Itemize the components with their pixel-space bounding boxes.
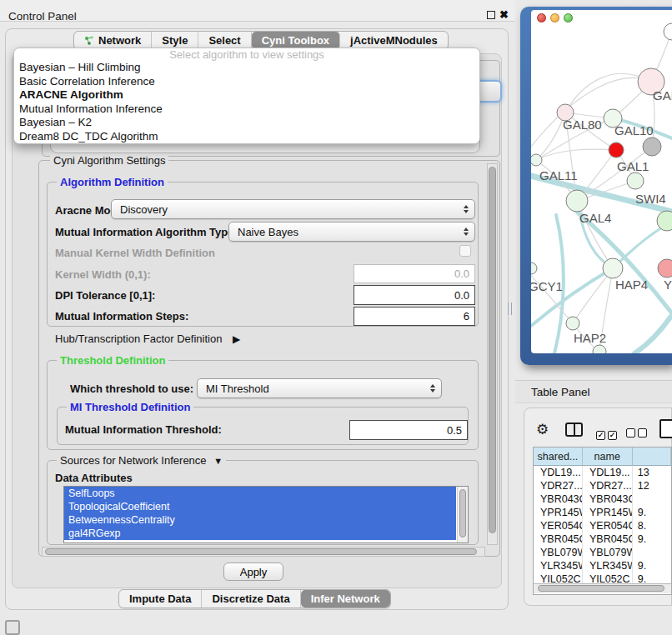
table-row[interactable]: YBR045CYBR045C9. bbox=[534, 532, 671, 546]
network-node[interactable] bbox=[658, 259, 672, 278]
kernel-width-field[interactable]: 0.0 bbox=[354, 264, 475, 283]
float-window-icon[interactable] bbox=[487, 11, 495, 19]
node-label: Y bbox=[664, 278, 672, 292]
close-icon[interactable]: ✖ bbox=[499, 8, 509, 21]
network-node[interactable] bbox=[609, 142, 624, 158]
algorithm-option[interactable]: Dream8 DC_TDC Algorithm bbox=[14, 130, 479, 144]
algorithm-dropdown-list: Bayesian – Hill ClimbingBasic Correlatio… bbox=[14, 61, 479, 143]
table-body: YDL19...YDL19...13YDR27...YDR27...12YBR0… bbox=[534, 466, 671, 586]
tab-cyni-toolbox[interactable]: Cyni Toolbox bbox=[252, 32, 340, 49]
table-row[interactable]: YPR145WYPR145W9. bbox=[534, 506, 671, 519]
mi-steps-label: Mutual Information Steps: bbox=[55, 310, 188, 322]
algorithm-option[interactable]: Bayesian – K2 bbox=[14, 116, 479, 130]
screen: Control Panel ✖ Network Style Select Cyn… bbox=[0, 0, 672, 635]
dpi-tolerance-label: DPI Tolerance [0,1]: bbox=[55, 289, 155, 302]
threshold-definition-title: Threshold Definition bbox=[57, 354, 168, 367]
algorithm-definition-title: Algorithm Definition bbox=[57, 176, 168, 188]
sources-collapse-toggle[interactable]: Sources for Network Inference ▼ bbox=[57, 454, 226, 467]
table-row[interactable]: YBL079WYBL079W bbox=[534, 546, 671, 559]
table-hscrollbar-thumb[interactable] bbox=[538, 585, 664, 592]
show-columns-icon[interactable]: ✓✓ bbox=[596, 426, 619, 441]
data-attribute-item[interactable]: SelfLoops bbox=[64, 487, 456, 500]
data-attributes-list: SelfLoopsTopologicalCoefficientBetweenne… bbox=[64, 487, 468, 540]
aracne-mode-select[interactable]: Discovery bbox=[111, 199, 475, 219]
network-node[interactable] bbox=[664, 23, 672, 40]
data-attribute-item[interactable]: gal4RGexp bbox=[64, 527, 456, 540]
network-node[interactable] bbox=[566, 190, 588, 212]
network-node[interactable] bbox=[531, 154, 542, 166]
network-node[interactable] bbox=[531, 262, 537, 274]
algorithm-option[interactable]: ARACNE Algorithm bbox=[14, 88, 479, 102]
new-table-icon[interactable] bbox=[659, 419, 672, 438]
mi-steps-field[interactable]: 6 bbox=[354, 307, 475, 326]
stepper-icon bbox=[464, 205, 469, 213]
tab-network[interactable]: Network bbox=[74, 32, 152, 49]
node-label: HAP4 bbox=[615, 278, 648, 292]
apply-button[interactable]: Apply bbox=[223, 562, 283, 581]
tab-label: Network bbox=[98, 34, 141, 47]
list-vscrollbar-thumb[interactable] bbox=[459, 489, 466, 538]
splitpane-grip[interactable] bbox=[508, 302, 512, 315]
which-threshold-select[interactable]: MI Threshold bbox=[197, 378, 442, 398]
table-header: shared...name bbox=[534, 448, 671, 466]
mi-type-value: Naive Bayes bbox=[238, 226, 298, 238]
which-threshold-label: Which threshold to use: bbox=[70, 382, 193, 395]
hub-definition-expander[interactable]: Hub/Transcription Factor Definition ▶ bbox=[55, 332, 240, 345]
network-node[interactable] bbox=[593, 345, 606, 353]
node-label: GCY1 bbox=[531, 279, 563, 293]
cyni-settings-title: Cyni Algorithm Settings bbox=[50, 154, 168, 167]
data-attributes-label: Data Attributes bbox=[55, 472, 133, 484]
algorithm-dropdown-popup: Select algorithm to view settings Bayesi… bbox=[13, 48, 480, 144]
mi-type-select[interactable]: Naive Bayes bbox=[228, 222, 475, 242]
dpi-tolerance-field[interactable]: 0.0 bbox=[354, 285, 475, 305]
data-attribute-item[interactable]: TopologicalCoefficient bbox=[64, 500, 456, 513]
tab-infer-network[interactable]: Infer Network bbox=[301, 590, 390, 608]
manual-kernel-checkbox[interactable] bbox=[459, 245, 471, 257]
data-attribute-item[interactable]: BetweennessCentrality bbox=[64, 513, 456, 527]
node-label: GAL1 bbox=[617, 159, 649, 173]
node-label: GAL80 bbox=[563, 118, 602, 132]
stepper-icon bbox=[430, 384, 435, 392]
hide-columns-icon[interactable] bbox=[626, 426, 649, 441]
network-node[interactable] bbox=[627, 172, 644, 189]
stepper-icon bbox=[464, 228, 469, 236]
network-node[interactable] bbox=[643, 138, 661, 156]
table-row[interactable]: YER054CYER054C8. bbox=[534, 519, 671, 532]
minimized-panel-icon[interactable] bbox=[5, 620, 20, 635]
algorithm-option[interactable]: Basic Correlation Inference bbox=[14, 75, 479, 89]
algorithm-option[interactable]: Bayesian – Hill Climbing bbox=[14, 61, 479, 75]
column-header[interactable]: shared... bbox=[534, 448, 583, 466]
control-panel-title: Control Panel bbox=[8, 10, 77, 22]
settings-vscrollbar-thumb[interactable] bbox=[489, 167, 496, 533]
gear-icon[interactable]: ⚙ bbox=[536, 421, 549, 438]
table-row[interactable]: YBR043CYBR043C bbox=[534, 492, 671, 506]
column-header[interactable]: name bbox=[583, 448, 633, 466]
attribute-table: shared...name YDL19...YDL19...13YDR27...… bbox=[533, 447, 672, 595]
network-canvas[interactable]: GALGAL80GAL10GAL1GAL11SWI4GAL4GCY1HAP4YH… bbox=[531, 22, 672, 353]
tab-select[interactable]: Select bbox=[198, 32, 251, 49]
table-row[interactable]: YDL19...YDL19...13 bbox=[534, 466, 671, 479]
mi-type-label: Mutual Information Algorithm Type: bbox=[55, 226, 238, 238]
tab-impute-data[interactable]: Impute Data bbox=[119, 590, 202, 608]
algorithm-option[interactable]: Mutual Information Inference bbox=[14, 102, 479, 117]
network-edge bbox=[536, 149, 616, 160]
tab-jactivemnodules[interactable]: jActiveMNodules bbox=[340, 32, 448, 49]
tab-style[interactable]: Style bbox=[152, 32, 198, 49]
column-header[interactable] bbox=[633, 448, 671, 466]
table-row[interactable]: YLR345WYLR345W9. bbox=[534, 559, 671, 572]
split-columns-icon[interactable] bbox=[565, 422, 583, 437]
tab-discretize-data[interactable]: Discretize Data bbox=[202, 590, 300, 608]
table-row[interactable]: YDR27...YDR27...12 bbox=[534, 479, 671, 492]
kernel-width-label: Kernel Width (0,1): bbox=[55, 268, 151, 281]
algorithm-dropdown-prompt: Select algorithm to view settings bbox=[14, 48, 479, 61]
node-label: GAL bbox=[653, 88, 672, 102]
settings-hscrollbar-thumb[interactable] bbox=[45, 548, 477, 555]
mi-threshold-title: MI Threshold Definition bbox=[67, 401, 193, 413]
mi-threshold-field[interactable]: 0.5 bbox=[349, 420, 468, 440]
network-node[interactable] bbox=[566, 317, 579, 330]
node-label: GAL11 bbox=[539, 168, 578, 182]
expand-right-icon: ▶ bbox=[233, 333, 240, 345]
network-node[interactable] bbox=[603, 258, 623, 278]
node-label: SWI4 bbox=[635, 192, 666, 206]
which-threshold-value: MI Threshold bbox=[206, 382, 269, 395]
